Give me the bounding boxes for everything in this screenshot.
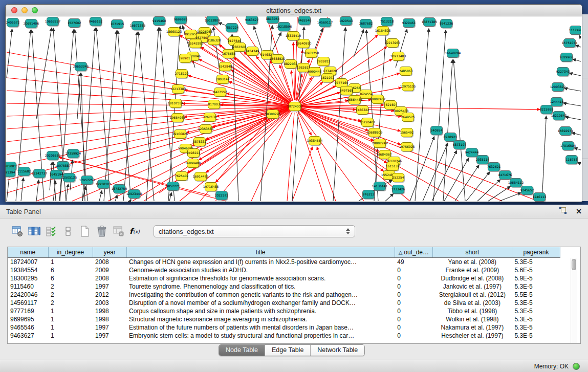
graph-node[interactable]: 26564486: [347, 96, 363, 105]
graph-node[interactable]: 15692971: [558, 127, 574, 137]
graph-node[interactable]: 1615132: [386, 162, 400, 172]
graph-node[interactable]: 16210643: [551, 112, 567, 121]
graph-node[interactable]: 15751074: [562, 39, 578, 49]
graph-node[interactable]: 20691406: [24, 19, 39, 29]
graph-node[interactable]: 976312: [363, 190, 376, 200]
column-header-short[interactable]: short: [432, 247, 512, 258]
graph-node[interactable]: 9699695: [174, 16, 188, 25]
graph-node[interactable]: 12213383: [170, 85, 186, 95]
graph-node[interactable]: 8454749: [246, 47, 259, 57]
graph-node[interactable]: 8427552: [213, 88, 227, 98]
graph-node[interactable]: 19654935: [170, 114, 186, 123]
graph-node[interactable]: 391394: [6, 168, 16, 178]
show-columns-icon[interactable]: [27, 225, 41, 238]
table-row[interactable]: 1456911722003Disruption of a novel membe…: [8, 299, 560, 307]
close-panel-icon[interactable]: ✕: [576, 208, 582, 215]
graph-node[interactable]: 240954: [431, 126, 444, 136]
graph-node[interactable]: 19218596: [276, 23, 292, 32]
graph-node[interactable]: 2022572: [215, 191, 229, 201]
delete-icon[interactable]: [95, 225, 108, 238]
graph-node[interactable]: 15720407: [360, 118, 376, 128]
graph-node[interactable]: 19756928: [399, 143, 415, 152]
graph-node[interactable]: 7955812: [317, 57, 331, 67]
table-row[interactable]: 946554611997Estimation of the future num…: [8, 323, 560, 332]
graph-node[interactable]: 20653346: [73, 62, 89, 72]
graph-node[interactable]: 16543382: [188, 39, 204, 49]
graph-node[interactable]: 1071915: [111, 20, 124, 30]
table-scrollbar-thumb[interactable]: [572, 259, 576, 270]
network-window[interactable]: citations_edges.txt 24055722069140610653…: [5, 4, 582, 202]
graph-node[interactable]: 1929543: [339, 17, 353, 27]
graph-node[interactable]: 1244415: [550, 98, 564, 107]
graph-node[interactable]: 19958107: [96, 180, 112, 190]
graph-node[interactable]: 10653257: [45, 17, 61, 27]
memory-status-indicator[interactable]: [573, 363, 580, 370]
graph-node[interactable]: 7485063: [399, 67, 413, 77]
graph-node[interactable]: 9329461: [402, 19, 416, 29]
import-table-icon[interactable]: [112, 225, 125, 238]
table-row[interactable]: 946362711997Embryonic stem cells: a mode…: [8, 332, 560, 340]
zoom-window-button[interactable]: [32, 7, 38, 13]
table-row[interactable]: 969969511998Structural magnetic resonanc…: [8, 315, 560, 323]
graph-node[interactable]: 2718120: [175, 70, 189, 79]
graph-node[interactable]: 8471676: [498, 171, 512, 181]
graph-node[interactable]: 3267130: [203, 113, 217, 123]
unselect-all-icon[interactable]: [61, 225, 75, 238]
graph-node[interactable]: 16671385: [130, 21, 146, 31]
graph-node[interactable]: 9242848: [219, 62, 232, 72]
graph-node[interactable]: 1621072: [321, 74, 335, 83]
column-header-in_degree[interactable]: in_degree: [48, 247, 93, 258]
graph-node[interactable]: 98901: [180, 54, 192, 64]
graph-node[interactable]: 12353584: [198, 125, 214, 135]
graph-node[interactable]: 9465546: [298, 16, 312, 26]
graph-node[interactable]: 9329966: [560, 53, 574, 63]
graph-node[interactable]: 8878332: [193, 138, 207, 147]
graph-node[interactable]: 9115460: [153, 17, 166, 27]
graph-node[interactable]: 19166825: [172, 130, 188, 140]
graph-node[interactable]: 2803144: [216, 75, 230, 85]
table-dropdown[interactable]: citations_edges.txt: [154, 225, 355, 237]
graph-node[interactable]: 7625402: [175, 172, 189, 182]
tab-edge-table[interactable]: Edge Table: [265, 345, 310, 356]
graph-node[interactable]: 18807249: [372, 139, 388, 149]
table-settings-icon[interactable]: [10, 225, 24, 238]
graph-node[interactable]: 12923448: [126, 190, 142, 200]
graph-node[interactable]: 12342737: [32, 169, 48, 179]
table-scrollbar[interactable]: [571, 258, 577, 343]
graph-node[interactable]: 2687682: [359, 19, 373, 29]
graph-node[interactable]: 1246113: [533, 193, 547, 202]
graph-node[interactable]: 7632621: [487, 163, 501, 172]
tab-network-table[interactable]: Network Table: [310, 345, 364, 356]
table-row[interactable]: 1872400712008Changes of HCN gene express…: [8, 258, 560, 267]
graph-node[interactable]: 18325419: [286, 32, 301, 41]
table-row[interactable]: 1830029562008Estimation of significance …: [8, 274, 560, 282]
float-panel-icon[interactable]: [559, 207, 567, 216]
graph-node[interactable]: 1733426: [391, 185, 405, 195]
graph-node[interactable]: 16033809: [205, 16, 221, 26]
close-window-button[interactable]: [11, 7, 17, 13]
network-window-titlebar[interactable]: citations_edges.txt: [6, 5, 582, 16]
graph-node[interactable]: 9498222: [187, 149, 201, 159]
table-row[interactable]: 1938455462009Genome-wide association stu…: [8, 266, 560, 274]
graph-node[interactable]: 10654112: [508, 179, 524, 188]
column-header-year[interactable]: year: [93, 247, 126, 258]
graph-node[interactable]: 16782759: [112, 185, 127, 194]
graph-node[interactable]: 19384554: [307, 137, 323, 146]
graph-node[interactable]: 9463627: [245, 16, 259, 25]
graph-node[interactable]: 12505135: [61, 173, 77, 183]
column-header-pagerank[interactable]: pagerank: [512, 247, 560, 258]
graph-node[interactable]: 12975105: [400, 82, 416, 92]
graph-node[interactable]: 9990448: [308, 68, 322, 77]
graph-node[interactable]: 18660123: [166, 28, 182, 37]
graph-node[interactable]: 8941236: [440, 19, 453, 29]
graph-node[interactable]: 16961758: [303, 49, 319, 59]
graph-node[interactable]: 6497568: [340, 86, 354, 96]
graph-node[interactable]: 20206536: [45, 151, 61, 161]
graph-node[interactable]: 16648784: [445, 49, 461, 59]
graph-node[interactable]: 18107554: [168, 99, 184, 109]
graph-node[interactable]: 9474444: [465, 148, 479, 158]
graph-node[interactable]: 12213967: [385, 39, 401, 49]
new-document-icon[interactable]: [78, 225, 92, 238]
minimize-window-button[interactable]: [21, 7, 28, 13]
graph-node[interactable]: 10807467: [370, 95, 386, 105]
